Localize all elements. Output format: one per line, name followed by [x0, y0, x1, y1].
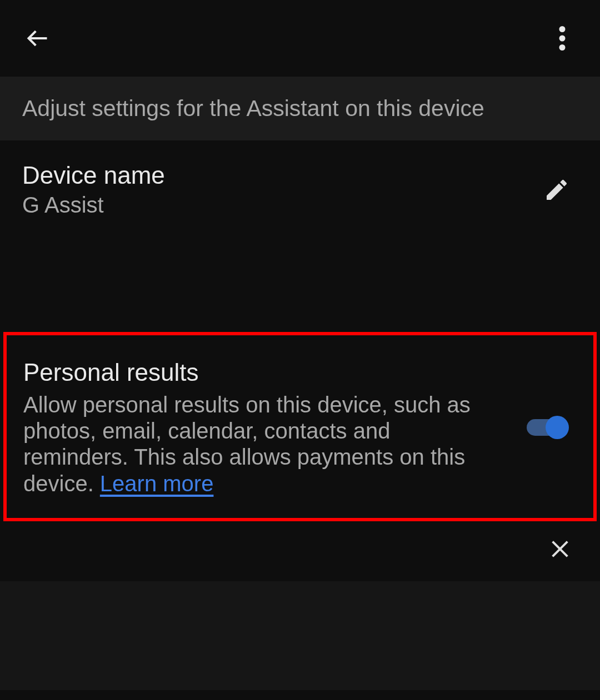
personal-results-row[interactable]: Personal results Allow personal results … [3, 332, 597, 521]
personal-results-text: Personal results Allow personal results … [23, 359, 527, 497]
back-button[interactable] [22, 23, 53, 54]
app-header [0, 0, 600, 77]
personal-results-desc-text: Allow personal results on this device, s… [23, 392, 471, 496]
personal-results-title: Personal results [23, 359, 493, 386]
toggle-thumb [546, 416, 569, 439]
device-name-value: G Assist [22, 193, 165, 218]
svg-point-3 [559, 44, 566, 51]
page-subtitle: Adjust settings for the Assistant on thi… [0, 77, 600, 140]
pencil-icon [543, 177, 570, 203]
close-icon [549, 538, 571, 560]
back-arrow-icon [26, 26, 50, 51]
spacer [0, 244, 600, 332]
more-options-button[interactable] [547, 23, 578, 54]
device-name-text: Device name G Assist [22, 162, 165, 218]
svg-point-2 [559, 36, 566, 42]
more-vert-icon [559, 26, 566, 51]
device-name-row[interactable]: Device name G Assist [0, 140, 600, 244]
personal-results-toggle[interactable] [527, 416, 569, 439]
personal-results-description: Allow personal results on this device, s… [23, 392, 493, 497]
device-name-label: Device name [22, 162, 165, 189]
close-button[interactable] [548, 537, 572, 561]
learn-more-link[interactable]: Learn more [100, 471, 214, 496]
bottom-bar [0, 581, 600, 690]
svg-point-1 [559, 26, 566, 32]
edit-device-name-button[interactable] [541, 174, 572, 205]
close-row [0, 521, 600, 581]
